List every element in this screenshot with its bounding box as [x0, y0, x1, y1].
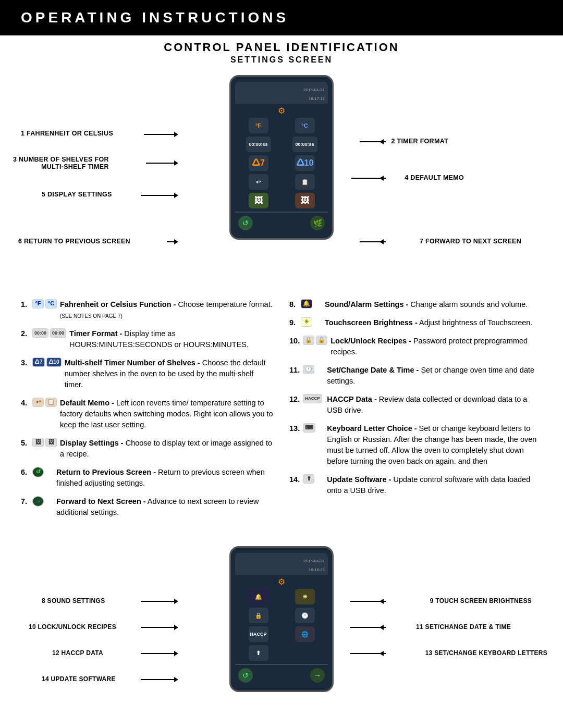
d2-line-12 — [141, 653, 176, 654]
disp2-badge: 🖼 — [45, 438, 57, 447]
shelf7-badge: 🛆7 — [32, 357, 45, 367]
d2-arrow-9 — [380, 599, 384, 604]
arrow-1 — [174, 132, 178, 137]
item-10: 10. 🔒 🔓 Lock/Unlock Recipes - Password p… — [289, 336, 542, 357]
bright-badge: ☀ — [301, 317, 312, 327]
d2-forward-btn: → — [310, 668, 325, 683]
item-12: 12. HACCP HACCP Data - Review data colle… — [289, 394, 542, 416]
disp1-badge: 🖼 — [32, 438, 44, 447]
device-nav-row: ↺ 🌿 — [235, 216, 328, 230]
device-divider — [235, 212, 328, 213]
forward-btn: 🌿 — [310, 216, 325, 230]
haccp2-icon: HACCP — [249, 626, 268, 642]
device-date: 2015-01-3116:17:12 — [303, 88, 325, 101]
unlock-badge: 🔓 — [316, 336, 327, 345]
celsius-icon: °C — [295, 118, 315, 133]
d2-back-btn: ↺ — [238, 668, 253, 683]
item-13: 13. ⌨ Keyboard Letter Choice - Set or ch… — [289, 423, 542, 467]
d2-label-bright: 9 TOUCH SCREEN BRIGHTNESS — [430, 597, 532, 604]
lock-badge: 🔒 — [303, 336, 314, 345]
item-1: 1. °F °C Fahrenheit or Celsius Function … — [21, 299, 274, 321]
memo1-badge: ↩ — [32, 398, 44, 407]
update-badge: ⬆ — [303, 474, 314, 484]
arrow-5 — [174, 193, 178, 198]
d2-arrow-8 — [174, 599, 178, 604]
sound-badge: 🔔 — [301, 299, 312, 309]
item-6: 6. ↺ Return to Previous Screen - Return … — [21, 467, 274, 489]
item-4: 4. ↩ 📋 Default Memo - Left icon reverts … — [21, 398, 274, 430]
d2-line-8 — [141, 601, 176, 602]
item-9: 9. ☀ Touchscreen Brightness - Adjust bri… — [289, 317, 542, 328]
display2-icon: 🖼 — [295, 193, 315, 208]
diagram-2: 8 SOUND SETTINGS 10 LOCK/UNLOCK RECIPES … — [0, 541, 563, 728]
keyboard-badge: ⌨ — [303, 423, 315, 433]
body-content: 1. °F °C Fahrenheit or Celsius Function … — [0, 299, 563, 525]
d2-row-3: HACCP 🌐 — [235, 626, 328, 642]
shelf7-icon: 🛆7 — [249, 155, 268, 171]
back-btn: ↺ — [238, 216, 253, 230]
d2-row-4: ⬆ — [235, 645, 328, 661]
memo1-icon: ↩ — [249, 174, 268, 190]
line-1 — [144, 134, 176, 135]
section-title: CONTROL PANEL IDENTIFICATION — [0, 41, 563, 54]
line-5 — [141, 195, 176, 196]
shelf10-badge: 🛆10 — [46, 357, 62, 367]
display1-icon: 🖼 — [249, 193, 268, 208]
col-right: 8. 🔔 Sound/Alarm Settings - Change alarm… — [289, 299, 542, 525]
return-badge: ↺ — [32, 467, 44, 477]
update2-icon: ⬆ — [249, 645, 268, 661]
d2-arrow-11 — [380, 625, 384, 630]
gear2-icon: ⚙ — [235, 577, 328, 587]
empty2-icon — [295, 645, 315, 661]
d2-row-1: 🔔 ☀ — [235, 589, 328, 604]
arrow-7 — [380, 239, 384, 244]
sound2-icon: 🔔 — [249, 589, 268, 604]
item-14: 14. ⬆ Update Software - Update control s… — [289, 474, 542, 496]
device2-date: 2015-01-3116:16:25 — [303, 559, 325, 572]
bright2-icon: ☀ — [295, 589, 315, 604]
device-row-1: °F °C — [235, 118, 328, 133]
timer1-badge: 00:00 — [32, 328, 48, 338]
d2-label-sound: 8 SOUND SETTINGS — [42, 597, 105, 604]
device-row-timer: 00:00:ss 00:00:ss — [235, 137, 328, 152]
fahrenheit-icon: °F — [249, 118, 268, 133]
device-row-memo: ↩ 📋 — [235, 174, 328, 190]
section-subtitle: SETTINGS SCREEN — [0, 55, 563, 65]
timer2-badge: 00:00 — [50, 328, 66, 338]
label-shelves: 3 NUMBER OF SHELVES FORMULTI-SHELF TIMER — [13, 156, 109, 170]
d2-arrow-12 — [174, 651, 178, 656]
arrow-6 — [174, 239, 178, 244]
d2-label-lock: 10 LOCK/UNLOCK RECIPES — [29, 623, 116, 631]
header-bar: OPERATING INSTRUCTIONS — [0, 0, 563, 35]
page-title: OPERATING INSTRUCTIONS — [21, 9, 289, 26]
item-7: 7. → Forward to Next Screen - Advance to… — [21, 496, 274, 518]
d2-line-14 — [141, 679, 176, 680]
date2-icon: 🕐 — [295, 608, 315, 623]
label-display: 5 DISPLAY SETTINGS — [42, 191, 112, 198]
lock2-icon: 🔒 — [249, 608, 268, 623]
timer2-icon: 00:00:ss — [292, 137, 317, 152]
arrow-2 — [380, 139, 384, 144]
d2-label-haccp: 12 HACCP DATA — [52, 649, 103, 657]
shelf10-icon: 🛆10 — [295, 155, 315, 171]
item-5: 5. 🖼 🖼 Display Settings - Choose to disp… — [21, 438, 274, 460]
d2-divider — [235, 664, 328, 665]
forward-badge: → — [32, 496, 44, 507]
device-mockup-2: 2015-01-3116:16:25 ⚙ 🔔 ☀ 🔒 🕐 HACCP 🌐 ⬆ ↺… — [229, 546, 334, 692]
celsius-badge: °C — [45, 299, 57, 309]
d2-arrow-14 — [174, 677, 178, 682]
keyboard2-icon: 🌐 — [295, 626, 315, 642]
device-row-shelves: 🛆7 🛆10 — [235, 155, 328, 171]
haccp-badge: HACCP — [303, 394, 322, 403]
label-return: 6 RETURN TO PREVIOUS SCREEN — [18, 238, 130, 245]
item-3: 3. 🛆7 🛆10 Multi-shelf Timer Number of Sh… — [21, 357, 274, 390]
label-fahrenheit: 1 FAHRENHEIT OR CELSIUS — [21, 130, 113, 137]
fahrenheit-badge: °F — [32, 299, 44, 309]
label-forward: 7 FORWARD TO NEXT SCREEN — [420, 238, 521, 245]
gear-icon: ⚙ — [235, 106, 328, 116]
item-8: 8. 🔔 Sound/Alarm Settings - Change alarm… — [289, 299, 542, 310]
d2-label-update: 14 UPDATE SOFTWARE — [42, 675, 116, 683]
label-memo: 4 DEFAULT MEMO — [405, 174, 464, 181]
date-badge: 🕐 — [303, 365, 314, 374]
arrow-3 — [174, 161, 178, 166]
